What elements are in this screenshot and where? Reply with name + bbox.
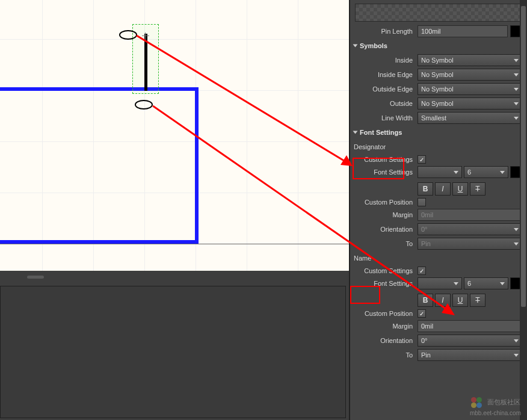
messages-panel[interactable] bbox=[0, 286, 346, 418]
name-italic-button[interactable]: I bbox=[435, 294, 451, 307]
name-custom-settings-label: Custom Settings bbox=[353, 267, 418, 274]
font-settings-section-header[interactable]: Font Settings bbox=[350, 125, 527, 140]
annotation-box-name bbox=[350, 286, 380, 304]
line-width-label: Line Width bbox=[353, 114, 418, 122]
line-width-value: Smallest bbox=[421, 114, 446, 122]
outside-edge-label: Outside Edge bbox=[353, 85, 418, 93]
name-custom-settings-checkbox[interactable] bbox=[418, 267, 426, 275]
name-to-select[interactable]: Pin bbox=[418, 349, 522, 361]
chevron-down-icon bbox=[514, 59, 519, 62]
axis-line bbox=[0, 244, 349, 244]
annotation-ellipse-designator bbox=[119, 30, 137, 40]
symbols-header-label: Symbols bbox=[360, 42, 387, 49]
name-font-size-select[interactable]: 6 bbox=[464, 277, 508, 289]
name-font-face-select[interactable] bbox=[418, 277, 462, 289]
caret-down-icon bbox=[353, 131, 358, 134]
chevron-down-icon bbox=[514, 339, 519, 342]
pin-length-input[interactable] bbox=[418, 25, 508, 37]
watermark-text: 面包板社区 bbox=[487, 398, 520, 406]
pin-length-label: Pin Length bbox=[353, 28, 418, 35]
name-margin-label: Margin bbox=[353, 323, 418, 330]
font-settings-header-label: Font Settings bbox=[360, 129, 402, 136]
outside-edge-select[interactable]: No Symbol bbox=[418, 83, 522, 95]
preview-swatch bbox=[355, 4, 522, 22]
pin[interactable] bbox=[144, 34, 147, 91]
chevron-down-icon bbox=[500, 282, 505, 285]
chevron-down-icon bbox=[514, 117, 519, 120]
name-orientation-label: Orientation bbox=[353, 337, 418, 344]
symbols-section-header[interactable]: Symbols bbox=[350, 39, 527, 53]
name-orientation-value: 0° bbox=[421, 337, 428, 344]
pin-length-row: Pin Length bbox=[350, 24, 527, 39]
properties-panel: Pin Length Symbols InsideNo Symbol Insid… bbox=[349, 0, 527, 420]
scrollbar-thumb[interactable] bbox=[521, 6, 526, 307]
panel-vertical-scrollbar[interactable] bbox=[520, 0, 527, 420]
schematic-canvas[interactable] bbox=[0, 0, 349, 271]
designator-font-size-value: 6 bbox=[467, 168, 471, 176]
designator-custom-position-checkbox[interactable] bbox=[418, 198, 426, 206]
designator-to-value: Pin bbox=[421, 240, 431, 247]
outside-value: No Symbol bbox=[421, 100, 454, 107]
name-font-size-value: 6 bbox=[467, 280, 471, 287]
app-root: Pin Length Symbols InsideNo Symbol Insid… bbox=[0, 0, 527, 420]
designator-to-select: Pin bbox=[418, 238, 522, 250]
editor-pane bbox=[0, 0, 349, 420]
inside-edge-value: No Symbol bbox=[421, 71, 454, 78]
inside-select[interactable]: No Symbol bbox=[418, 54, 522, 66]
line-width-select[interactable]: Smallest bbox=[418, 112, 522, 124]
designator-orientation-value: 0° bbox=[421, 226, 428, 233]
inside-edge-label: Inside Edge bbox=[353, 71, 418, 78]
chevron-down-icon bbox=[514, 88, 519, 91]
designator-to-label: To bbox=[353, 240, 418, 247]
designator-subheader: Designator bbox=[350, 140, 527, 154]
chevron-down-icon bbox=[514, 242, 519, 246]
designator-underline-button[interactable]: U bbox=[452, 182, 468, 196]
name-to-value: Pin bbox=[421, 351, 431, 359]
inside-label: Inside bbox=[353, 57, 418, 64]
designator-strike-button[interactable]: T bbox=[470, 182, 485, 196]
outside-edge-value: No Symbol bbox=[421, 85, 454, 93]
designator-font-size-select[interactable]: 6 bbox=[464, 166, 508, 178]
component-body[interactable] bbox=[0, 87, 199, 244]
inside-edge-select[interactable]: No Symbol bbox=[418, 69, 522, 81]
designator-margin-label: Margin bbox=[353, 211, 418, 218]
chevron-down-icon bbox=[514, 102, 519, 105]
name-custom-position-label: Custom Position bbox=[353, 310, 418, 317]
chevron-down-icon bbox=[514, 354, 519, 357]
name-strike-button[interactable]: T bbox=[470, 294, 485, 307]
annotation-box-designator bbox=[353, 158, 404, 179]
canvas-horizontal-scrollbar[interactable] bbox=[27, 276, 44, 279]
name-bold-button[interactable]: B bbox=[418, 294, 433, 307]
name-underline-button[interactable]: U bbox=[452, 294, 468, 307]
designator-orientation-label: Orientation bbox=[353, 226, 418, 233]
designator-font-face-select[interactable] bbox=[418, 166, 462, 178]
name-to-label: To bbox=[353, 351, 418, 359]
watermark-logo-icon bbox=[470, 396, 483, 409]
inside-value: No Symbol bbox=[421, 57, 454, 64]
annotation-ellipse-name bbox=[135, 100, 153, 110]
caret-down-icon bbox=[353, 45, 358, 48]
outside-select[interactable]: No Symbol bbox=[418, 97, 522, 110]
chevron-down-icon bbox=[454, 282, 458, 285]
chevron-down-icon bbox=[454, 171, 458, 174]
name-orientation-select[interactable]: 0° bbox=[418, 335, 522, 347]
outside-label: Outside bbox=[353, 100, 418, 107]
pin-endpoint-marker bbox=[142, 32, 149, 40]
designator-orientation-select: 0° bbox=[418, 223, 522, 235]
designator-custom-settings-checkbox[interactable] bbox=[418, 155, 426, 164]
name-custom-position-checkbox[interactable] bbox=[418, 309, 426, 318]
chevron-down-icon bbox=[514, 73, 519, 76]
designator-margin-input bbox=[418, 209, 522, 221]
designator-italic-button[interactable]: I bbox=[435, 182, 451, 196]
watermark: 面包板社区 mbb.eet-china.com bbox=[470, 396, 521, 416]
designator-bold-button[interactable]: B bbox=[418, 182, 433, 196]
chevron-down-icon bbox=[514, 228, 519, 231]
name-subheader: Name bbox=[350, 251, 527, 265]
name-margin-input[interactable] bbox=[418, 320, 522, 332]
designator-custom-position-label: Custom Position bbox=[353, 199, 418, 206]
watermark-url: mbb.eet-china.com bbox=[470, 410, 521, 416]
chevron-down-icon bbox=[500, 171, 505, 174]
